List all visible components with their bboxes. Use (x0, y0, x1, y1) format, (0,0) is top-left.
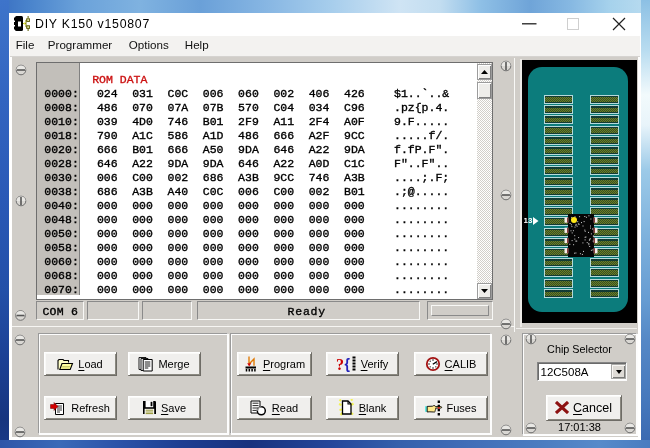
svg-text:?: ? (336, 356, 344, 373)
svg-text:{: { (344, 356, 350, 372)
